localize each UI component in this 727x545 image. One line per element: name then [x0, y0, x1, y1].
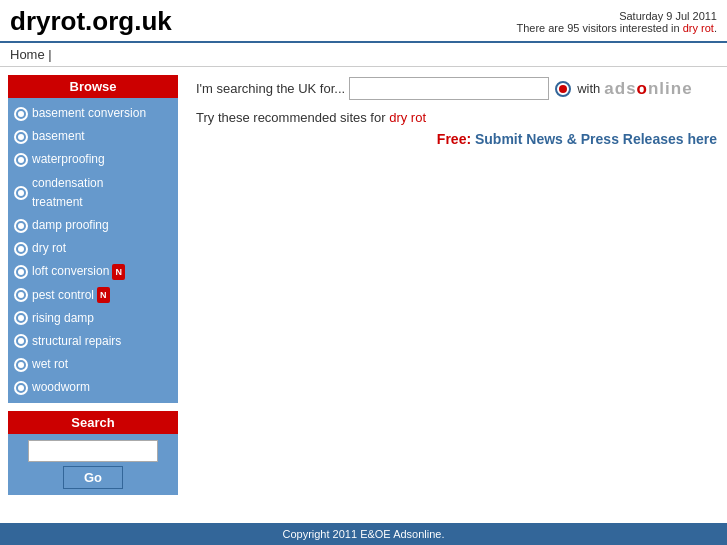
header-right: Saturday 9 Jul 2011 There are 95 visitor… — [516, 10, 717, 34]
uk-search-input[interactable] — [349, 77, 549, 100]
sidebar-item-condensation-treatment[interactable]: condensationtreatment — [10, 172, 176, 214]
sidebar-item-wet-rot[interactable]: wet rot — [10, 353, 176, 376]
bullet-icon — [14, 186, 28, 200]
search-uk-label: I'm searching the UK for... — [196, 81, 345, 96]
sidebar-item-label: damp proofing — [32, 216, 109, 235]
sidebar-item-waterproofing[interactable]: waterproofing — [10, 148, 176, 171]
new-badge: N — [97, 287, 110, 303]
ads-nline: nline — [648, 79, 693, 98]
content: I'm searching the UK for... with adsonli… — [186, 67, 727, 495]
sidebar-item-basement[interactable]: basement — [10, 125, 176, 148]
sidebar-item-label: basement — [32, 127, 85, 146]
header: dryrot.org.uk Saturday 9 Jul 2011 There … — [0, 0, 727, 43]
press-release: Free: Submit News & Press Releases here — [196, 131, 717, 147]
search-title: Search — [8, 411, 178, 434]
bullet-icon — [14, 107, 28, 121]
bullet-icon — [14, 153, 28, 167]
recommend-text: Try these recommended sites for — [196, 110, 386, 125]
nav-separator: | — [48, 47, 51, 62]
sidebar-item-label: structural repairs — [32, 332, 121, 351]
main: Browse basement conversion basement wate… — [0, 67, 727, 495]
sidebar-item-loft-conversion[interactable]: loft conversion N — [10, 260, 176, 283]
bullet-icon — [14, 130, 28, 144]
home-link[interactable]: Home — [10, 47, 45, 62]
nav-bar: Home | — [0, 43, 727, 67]
bullet-icon — [14, 242, 28, 256]
sidebar-item-label: condensationtreatment — [32, 174, 103, 212]
radio-icon[interactable] — [555, 81, 571, 97]
bullet-icon — [14, 311, 28, 325]
sidebar-item-woodworm[interactable]: woodworm — [10, 376, 176, 399]
date-text: Saturday 9 Jul 2011 — [516, 10, 717, 22]
sidebar-item-label: wet rot — [32, 355, 68, 374]
sidebar-item-label: rising damp — [32, 309, 94, 328]
go-button[interactable]: Go — [63, 466, 123, 489]
press-free: Free: — [437, 131, 471, 147]
browse-list: basement conversion basement waterproofi… — [8, 98, 178, 403]
browse-title: Browse — [8, 75, 178, 98]
recommend-link[interactable]: dry rot — [389, 110, 426, 125]
recommend-line: Try these recommended sites for dry rot — [196, 110, 717, 125]
sidebar-item-label: woodworm — [32, 378, 90, 397]
bullet-icon — [14, 219, 28, 233]
bullet-icon — [14, 288, 28, 302]
sidebar-item-dry-rot[interactable]: dry rot — [10, 237, 176, 260]
ads-text: ads — [604, 79, 636, 98]
sidebar-item-label: loft conversion — [32, 262, 109, 281]
sidebar: Browse basement conversion basement wate… — [8, 75, 178, 495]
sidebar-item-damp-proofing[interactable]: damp proofing — [10, 214, 176, 237]
with-label: with — [577, 81, 600, 96]
sidebar-item-label: dry rot — [32, 239, 66, 258]
visitors-link[interactable]: dry rot — [683, 22, 714, 34]
visitors-line: There are 95 visitors interested in dry … — [516, 22, 717, 34]
sidebar-item-label: basement conversion — [32, 104, 146, 123]
sidebar-item-pest-control[interactable]: pest control N — [10, 284, 176, 307]
sidebar-item-rising-damp[interactable]: rising damp — [10, 307, 176, 330]
ads-online-logo: adsonline — [604, 79, 692, 99]
bullet-icon — [14, 265, 28, 279]
new-badge: N — [112, 264, 125, 280]
sidebar-item-structural-repairs[interactable]: structural repairs — [10, 330, 176, 353]
search-input[interactable] — [28, 440, 158, 462]
sidebar-item-label: waterproofing — [32, 150, 105, 169]
bullet-icon — [14, 381, 28, 395]
bullet-icon — [14, 358, 28, 372]
search-bar: I'm searching the UK for... with adsonli… — [196, 77, 717, 100]
search-box-area: Go — [8, 434, 178, 495]
radio-inner — [559, 85, 567, 93]
ads-o: o — [637, 79, 648, 98]
sidebar-item-label: pest control — [32, 286, 94, 305]
sidebar-item-basement-conversion[interactable]: basement conversion — [10, 102, 176, 125]
visitors-text: There are 95 visitors interested in — [516, 22, 679, 34]
site-title: dryrot.org.uk — [10, 6, 172, 37]
bullet-icon — [14, 334, 28, 348]
press-rest[interactable]: Submit News & Press Releases here — [475, 131, 717, 147]
